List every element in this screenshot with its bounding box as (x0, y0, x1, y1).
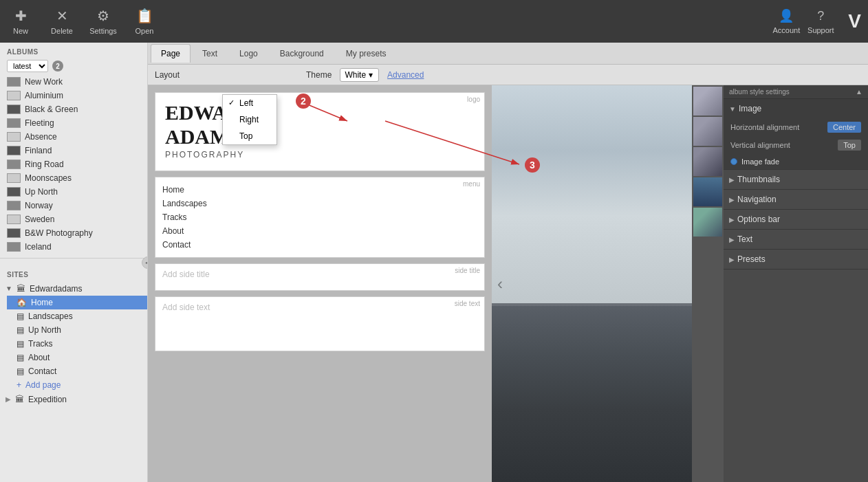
delete-icon: ✕ (56, 8, 68, 24)
sites-title: SITES (0, 265, 147, 281)
menu-item-contact[interactable]: Contact (162, 238, 477, 252)
advanced-link[interactable]: Advanced (387, 70, 424, 80)
thumbnail-1[interactable] (693, 87, 722, 116)
album-thumb (7, 201, 21, 210)
options-bar-label: Options bar (737, 215, 780, 224)
page-about[interactable]: ▤ About (7, 351, 147, 364)
thumbnail-2[interactable] (693, 117, 722, 146)
page-contact[interactable]: ▤ Contact (7, 364, 147, 378)
site-edwardadams[interactable]: ▼ 🏛 Edwardadams (0, 281, 147, 296)
album-item-norway[interactable]: Norway (0, 199, 147, 212)
album-thumb (7, 215, 21, 224)
album-item-sweden[interactable]: Sweden (0, 212, 147, 226)
v-align-value[interactable]: Top (838, 140, 861, 151)
site-name: Edwardadams (30, 284, 83, 294)
side-text-placeholder: Add side text (162, 303, 210, 312)
album-item-fleeting[interactable]: Fleeting (0, 116, 147, 130)
tab-background[interactable]: Background (270, 44, 334, 63)
sites-section: SITES ▼ 🏛 Edwardadams 🏠 Home ▤ Landscape… (0, 263, 147, 406)
text-section-header[interactable]: ▶ Text (724, 230, 868, 249)
album-item-new-work[interactable]: New Work (0, 75, 147, 89)
new-button[interactable]: ✚ New (7, 8, 34, 35)
navigation-section-header[interactable]: ▶ Navigation (724, 190, 868, 209)
settings-collapse-icon[interactable]: ▲ (856, 88, 862, 96)
thumbnail-4[interactable] (693, 177, 722, 206)
delete-label: Delete (51, 27, 73, 35)
thumbnail-5[interactable] (693, 208, 722, 237)
new-label: New (13, 27, 28, 35)
menu-item-tracks[interactable]: Tracks (162, 210, 477, 224)
support-icon: ? (817, 9, 824, 23)
layout-label: Layout (155, 70, 180, 80)
side-text-label: side text (455, 300, 480, 307)
content-area: Page Text Logo Background My presets Lay… (148, 43, 868, 482)
album-item-ring-road[interactable]: Ring Road (0, 157, 147, 171)
page-tracks[interactable]: ▤ Tracks (7, 337, 147, 351)
album-item-black-green[interactable]: Black & Green (0, 102, 147, 116)
add-page-button[interactable]: + Add page (7, 378, 147, 392)
options-bar-section-header[interactable]: ▶ Options bar (724, 210, 868, 229)
album-name: Iceland (25, 242, 52, 252)
expedition-site[interactable]: ▶ 🏛 Expedition (0, 392, 147, 406)
side-title-placeholder: Add side title (162, 270, 210, 279)
tab-text[interactable]: Text (192, 44, 228, 63)
support-button[interactable]: ? Support (807, 9, 834, 34)
image-fade-toggle[interactable] (730, 158, 737, 165)
h-align-value[interactable]: Center (827, 122, 861, 133)
layout-option-right[interactable]: Right (223, 111, 276, 128)
layout-option-left[interactable]: Left (223, 95, 276, 111)
sidebar: ALBUMS latest oldest name 2 New Work Alu… (0, 43, 148, 482)
page-landscapes[interactable]: ▤ Landscapes (7, 309, 147, 323)
album-thumb (7, 146, 21, 155)
side-title-box[interactable]: side title Add side title (155, 263, 485, 291)
sort-select[interactable]: latest oldest name (7, 60, 48, 72)
theme-arrow-icon: ▾ (369, 70, 373, 80)
left-panel: logo EDWARD ADAMS PHOTOGRAPHY menu Home … (148, 85, 492, 482)
photographer-name: EDWARD ADAMS (165, 101, 475, 149)
account-label: Account (772, 26, 800, 34)
menu-item-home[interactable]: Home (162, 183, 477, 197)
tab-page[interactable]: Page (151, 44, 191, 63)
album-item-finland[interactable]: Finland (0, 144, 147, 157)
menu-item-about[interactable]: About (162, 224, 477, 238)
delete-button[interactable]: ✕ Delete (48, 8, 76, 35)
menu-item-landscapes[interactable]: Landscapes (162, 197, 477, 210)
image-fade-row: Image fade (724, 154, 868, 169)
album-item-iceland[interactable]: Iceland (0, 240, 147, 254)
album-name: Up North (25, 187, 58, 197)
thumbnails-section-header[interactable]: ▶ Thumbnails (724, 170, 868, 189)
settings-section-text: ▶ Text (724, 230, 868, 250)
side-text-box[interactable]: side text Add side text (155, 296, 485, 351)
open-icon: 📋 (136, 8, 153, 24)
album-item-absence[interactable]: Absence (0, 130, 147, 144)
album-item-aluminium[interactable]: Aluminium (0, 89, 147, 102)
album-item-moonscapes[interactable]: Moonscapes (0, 171, 147, 185)
settings-button[interactable]: ⚙ Settings (89, 8, 117, 35)
album-item-up-north[interactable]: Up North (0, 185, 147, 199)
presets-section-label: Presets (737, 254, 766, 264)
site-pages: 🏠 Home ▤ Landscapes ▤ Up North ▤ Tracks … (0, 296, 147, 392)
theme-label: Theme (306, 70, 332, 80)
open-button[interactable]: 📋 Open (131, 8, 158, 35)
tab-logo[interactable]: Logo (229, 44, 268, 63)
album-thumb (7, 77, 21, 87)
prev-arrow[interactable]: ‹ (497, 274, 503, 294)
layout-option-top[interactable]: Top (223, 128, 276, 144)
page-up-north[interactable]: ▤ Up North (7, 323, 147, 337)
image-section-header[interactable]: ▼ Image (724, 99, 868, 118)
expedition-name: Expedition (28, 395, 67, 404)
layout-dropdown[interactable]: Left Right Top (222, 94, 277, 145)
tab-presets[interactable]: My presets (336, 44, 397, 63)
text-section-label: Text (737, 234, 752, 244)
album-item-bw[interactable]: B&W Photography (0, 226, 147, 240)
thumbnail-3[interactable] (693, 147, 722, 176)
page-home[interactable]: 🏠 Home (7, 296, 147, 309)
theme-select[interactable]: White ▾ (340, 68, 379, 82)
upnorth-icon: ▤ (17, 325, 24, 335)
support-label: Support (807, 26, 834, 34)
settings-section-image: ▼ Image Horizontal alignment Center Vert… (724, 99, 868, 170)
album-style-settings: album style settings ▲ ▼ Image Horizonta… (724, 85, 868, 482)
account-button[interactable]: 👤 Account (772, 8, 800, 34)
presets-section-header[interactable]: ▶ Presets (724, 250, 868, 269)
sort-badge: 2 (52, 61, 63, 72)
